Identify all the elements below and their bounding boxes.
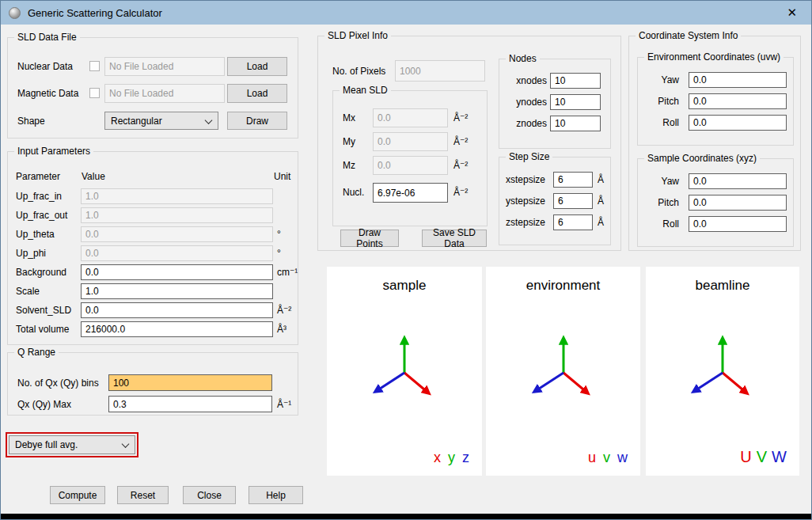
ystepsize-unit: Å [598, 195, 604, 207]
sld-pixel-info-title: SLD Pixel Info [324, 30, 391, 41]
param-unit: Å³ [277, 324, 286, 335]
magnetic-load-button[interactable]: Load [227, 84, 287, 103]
coordinate-system-info-title: Coordinate System Info [636, 30, 741, 41]
param-input[interactable] [81, 321, 273, 337]
nuclear-load-button[interactable]: Load [227, 57, 287, 76]
env-yaw-input[interactable] [689, 72, 787, 88]
param-input[interactable] [81, 302, 273, 318]
step-size-group: Step Size xstepsize Å ystepsize Å zsteps… [499, 157, 611, 245]
my-unit: Å⁻² [453, 136, 468, 147]
nodes-title: Nodes [506, 53, 540, 64]
nuclear-data-checkbox[interactable] [89, 61, 100, 71]
help-button[interactable]: Help [249, 486, 303, 504]
no-of-pixels-label: No. of Pixels [332, 66, 385, 77]
param-label: Up_theta [16, 229, 55, 240]
xnodes-input[interactable] [550, 73, 601, 89]
x-axis-letter: x [434, 450, 441, 466]
zstepsize-input[interactable] [553, 214, 593, 230]
nuclear-data-file-input[interactable] [104, 57, 225, 76]
qx-max-unit: Å⁻¹ [277, 399, 291, 410]
param-input[interactable] [81, 226, 273, 242]
smp-yaw-input[interactable] [689, 173, 787, 189]
param-label: Up_phi [16, 248, 46, 259]
nucl-input[interactable] [373, 183, 448, 203]
header-parameter: Parameter [16, 171, 60, 182]
draw-points-button[interactable]: Draw Points [340, 230, 399, 247]
qx-max-label: Qx (Qy) Max [17, 399, 71, 410]
beamline-axes-panel: beamline U V W [646, 267, 799, 476]
close-icon[interactable]: ✕ [780, 1, 803, 25]
param-unit: cm⁻¹ [277, 267, 298, 278]
param-input[interactable] [81, 264, 273, 280]
environment-axes-panel: environment u v w [486, 267, 640, 476]
my-input[interactable] [373, 132, 448, 151]
title-bar: Generic Scattering Calculator ✕ [1, 1, 811, 25]
shape-dropdown[interactable]: Rectangular [104, 112, 218, 130]
ystepsize-input[interactable] [553, 193, 593, 209]
mz-input[interactable] [373, 156, 448, 175]
env-pitch-input[interactable] [689, 93, 787, 109]
save-sld-data-button[interactable]: Save SLD Data [422, 230, 487, 247]
ynodes-input[interactable] [550, 94, 601, 110]
mx-label: Mx [343, 112, 355, 123]
q-range-title: Q Range [14, 347, 59, 358]
v-axis-letter: v [603, 450, 610, 466]
smp-yaw-label: Yaw [646, 176, 679, 187]
no-of-pixels-input[interactable] [395, 60, 485, 82]
mx-input[interactable] [373, 108, 448, 127]
qx-bins-input[interactable] [108, 374, 272, 391]
reset-button[interactable]: Reset [117, 486, 169, 504]
mean-sld-title: Mean SLD [340, 85, 391, 96]
sld-data-file-group: SLD Data File Nuclear Data Load Magnetic… [7, 37, 298, 139]
xnodes-label: xnodes [506, 75, 547, 86]
environment-panel-title: environment [486, 278, 640, 294]
sld-pixel-info-group: SLD Pixel Info No. of Pixels Nodes xnode… [317, 36, 621, 251]
ystepsize-label: ystepsize [506, 195, 545, 207]
env-roll-label: Roll [646, 117, 679, 128]
header-value: Value [82, 171, 105, 182]
header-unit: Unit [274, 171, 290, 182]
param-label: Solvent_SLD [16, 305, 71, 316]
param-input[interactable] [81, 188, 273, 204]
smp-pitch-input[interactable] [689, 195, 787, 211]
znodes-input[interactable] [550, 116, 601, 131]
input-parameters-title: Input Parameters [14, 146, 93, 157]
qx-max-input[interactable] [108, 396, 272, 412]
draw-button[interactable]: Draw [227, 112, 287, 130]
param-label: Up_frac_in [16, 191, 62, 202]
input-parameters-group: Input Parameters Parameter Value Unit Up… [7, 151, 298, 345]
mz-label: Mz [343, 160, 355, 171]
xstepsize-label: xstepsize [506, 174, 545, 185]
compute-button[interactable]: Compute [50, 486, 105, 504]
ynodes-label: ynodes [506, 97, 547, 108]
param-unit: ° [277, 229, 281, 240]
smp-roll-input[interactable] [689, 216, 787, 232]
param-input[interactable] [81, 245, 273, 261]
param-label: Background [16, 267, 66, 278]
y-axis-letter: y [448, 450, 455, 466]
param-label: Scale [16, 286, 40, 297]
param-input[interactable] [81, 283, 273, 299]
param-unit: Å⁻² [277, 305, 291, 316]
magnetic-data-checkbox[interactable] [89, 88, 100, 98]
param-input[interactable] [81, 207, 273, 223]
w-axis-letter: w [617, 450, 628, 466]
coordinate-system-info-group: Coordinate System Info Environment Coord… [628, 36, 801, 251]
nodes-group: Nodes xnodes ynodes znodes [499, 59, 611, 149]
qx-bins-label: No. of Qx (Qy) bins [17, 378, 99, 389]
mx-unit: Å⁻² [453, 112, 468, 123]
generic-scattering-calculator-window: Generic Scattering Calculator ✕ SLD Data… [0, 0, 812, 520]
shape-label: Shape [17, 116, 45, 127]
averaging-dropdown[interactable]: Debye full avg. [9, 435, 135, 454]
W-axis-letter: W [772, 448, 787, 466]
magnetic-data-file-input[interactable] [104, 84, 225, 103]
znodes-label: znodes [506, 118, 547, 129]
xstepsize-input[interactable] [553, 172, 593, 188]
env-roll-input[interactable] [689, 115, 787, 131]
my-label: My [343, 136, 355, 147]
u-axis-letter: u [588, 450, 596, 466]
sample-axes-panel: sample x y z [327, 267, 482, 476]
environment-axis-letters: u v w [588, 450, 628, 466]
close-button[interactable]: Close [183, 486, 236, 504]
sample-coordinates-title: Sample Coordinates (xyz) [644, 153, 760, 164]
